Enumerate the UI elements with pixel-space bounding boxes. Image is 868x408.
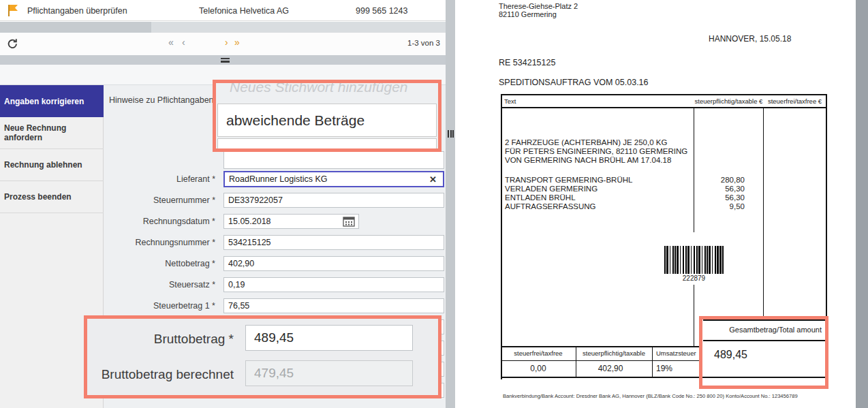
highlight-box-total	[699, 316, 828, 389]
sidebar-item-label: Neue Rechnung anfordern	[4, 123, 99, 142]
table-column-line	[763, 108, 764, 318]
table-border	[826, 94, 827, 320]
field-label-nettobetrag: Nettobetrag *	[106, 259, 215, 268]
result-range-label: 1-3 von 3	[382, 39, 440, 47]
highlight-box-keyword: Neues Stichwort hinzufügen abweichende B…	[213, 80, 441, 152]
field-label-steuersatz: Steuersatz *	[106, 280, 215, 289]
lieferant-input[interactable]	[223, 171, 444, 187]
clear-value-icon[interactable]: ✕	[429, 174, 437, 185]
field-label-rechnungsnummer: Rechnungsnummer *	[106, 238, 215, 247]
toolbar: « ‹ › » 100 1-3 von 3	[0, 33, 446, 55]
summary-value: 0,00	[501, 364, 575, 373]
bruttobetrag-input[interactable]	[245, 325, 413, 351]
doc-footer-bank-line: Bankverbindung/Bank Account: Dresdner Ba…	[503, 393, 798, 399]
doc-item-amount: 56,30	[681, 185, 745, 193]
doc-col-taxfree: steuerfrei/taxfree €	[764, 97, 826, 105]
doc-address-line1: Therese-Giehse-Platz 2	[499, 2, 578, 10]
doc-desc-line: 2 FAHRZEUGE (ACHTERBAHN) JE 250,0 KG	[505, 138, 667, 146]
hint-textarea[interactable]	[223, 151, 444, 169]
doc-col-text: Text	[504, 97, 516, 105]
field-label-steuernummer: Steuernummer *	[106, 195, 215, 205]
splitter-grip-icon[interactable]	[448, 130, 454, 138]
sidebar-item-label: Rechnung ablehnen	[4, 160, 82, 170]
keyword-value: abweichende Beträge	[226, 112, 365, 129]
steuersatz-input[interactable]	[223, 277, 444, 292]
summary-header: steuerfrei/taxfree	[501, 349, 575, 357]
company-name: Telefonica Helvetica AG	[199, 6, 289, 16]
prev-page-icon[interactable]: ‹	[182, 37, 185, 48]
horizontal-scrollbar[interactable]	[0, 22, 446, 33]
summary-line	[652, 346, 653, 377]
first-page-icon[interactable]: «	[168, 37, 174, 48]
rechnungsdatum-input[interactable]	[223, 214, 359, 229]
table-column-line	[694, 108, 694, 232]
summary-line	[501, 360, 702, 361]
hint-field-label: Hinweise zu Pflichtangaben	[109, 95, 217, 105]
field-label-lieferant: Lieferant *	[106, 174, 215, 184]
doc-subject: SPEDITIONSAUFTRAG VOM 05.03.16	[499, 78, 649, 87]
sidebar-item-angaben-korrigieren[interactable]: Angaben korrigieren	[0, 85, 104, 117]
keyword-input-empty[interactable]	[217, 138, 437, 152]
doc-place-date: HANNOVER, 15.05.18	[709, 34, 791, 44]
summary-line	[501, 346, 702, 347]
doc-col-taxable: steuerpflichtig/taxable €	[694, 97, 763, 105]
doc-item-name: VERLADEN GERMERING	[505, 185, 598, 193]
sidebar-item-neue-rechnung-anfordern[interactable]: Neue Rechnung anfordern	[0, 117, 104, 149]
reference-number: 999 565 1243	[356, 6, 407, 16]
summary-header: Umsatzsteuer	[656, 349, 698, 357]
summary-value: 402,90	[576, 364, 645, 373]
sidebar-item-rechnung-ablehnen[interactable]: Rechnung ablehnen	[0, 149, 104, 181]
steuernummer-input[interactable]	[223, 193, 444, 208]
bruttobetrag-berechnet-input	[245, 360, 413, 386]
divider-grip-icon[interactable]	[221, 58, 230, 63]
barcode	[664, 246, 724, 274]
doc-item-name: TRANSPORT GERMERING-BRÜHL	[505, 176, 632, 184]
doc-item-name: ENTLADEN BRÜHL	[505, 193, 576, 202]
bruttobetrag-label: Bruttobetrag *	[94, 332, 234, 347]
flag-icon	[7, 5, 18, 16]
doc-desc-line: VON GERMERING NACH BRÜHL AM 17.04.18	[505, 156, 671, 164]
table-border	[501, 107, 826, 108]
sidebar-item-label: Angaben korrigieren	[4, 97, 84, 106]
summary-value: 19%	[656, 364, 672, 373]
doc-item-name: AUFTRAGSERFASSUNG	[505, 202, 596, 210]
doc-invoice-number: RE 534215125	[499, 58, 555, 67]
highlight-box-bruttobetrag: Bruttobetrag * Bruttobetrag berechnet	[84, 315, 441, 398]
vertical-scrollbar[interactable]	[856, 0, 868, 408]
doc-item-amount: 9,50	[681, 202, 745, 210]
doc-address-line2: 82110 Germering	[499, 10, 557, 18]
table-column-line	[694, 285, 694, 346]
calendar-icon[interactable]	[343, 216, 355, 227]
doc-item-amount: 56,30	[681, 193, 745, 202]
bruttobetrag-berechnet-label: Bruttobetrag berechnet	[94, 367, 234, 382]
sidebar-item-label: Prozess beenden	[4, 192, 72, 202]
summary-header: steuerpflichtig/taxable	[576, 349, 651, 357]
table-border	[501, 94, 826, 95]
keyword-placeholder-text: Neues Stichwort hinzufügen	[230, 80, 408, 95]
table-border	[501, 94, 502, 379]
top-bar: Pflichtangaben überprüfen Telefonica Hel…	[0, 0, 446, 21]
barcode-number: 222879	[664, 274, 724, 282]
sidebar-item-prozess-beenden[interactable]: Prozess beenden	[0, 181, 104, 213]
horizontal-scrollbar-thumb[interactable]	[0, 22, 151, 33]
last-page-icon[interactable]: »	[234, 37, 240, 48]
doc-item-amount: 280,80	[681, 176, 745, 184]
keyword-input[interactable]: abweichende Beträge	[217, 104, 437, 137]
app-window: Pflichtangaben überprüfen Telefonica Hel…	[0, 0, 868, 408]
steuerbetrag1-input[interactable]	[223, 298, 444, 313]
refresh-icon[interactable]	[7, 38, 18, 50]
task-title: Pflichtangaben überprüfen	[27, 6, 127, 16]
rechnungsnummer-input[interactable]	[223, 235, 444, 250]
field-label-rechnungsdatum: Rechnungsdatum *	[106, 217, 215, 226]
next-page-icon[interactable]: ›	[225, 37, 228, 48]
nettobetrag-input[interactable]	[223, 256, 444, 271]
panel-splitter[interactable]	[446, 0, 455, 408]
field-label-steuerbetrag1: Steuerbetrag 1 *	[106, 301, 215, 311]
doc-desc-line: FÜR PETERS ENGINEERING, 82110 GERMERING	[505, 147, 687, 155]
